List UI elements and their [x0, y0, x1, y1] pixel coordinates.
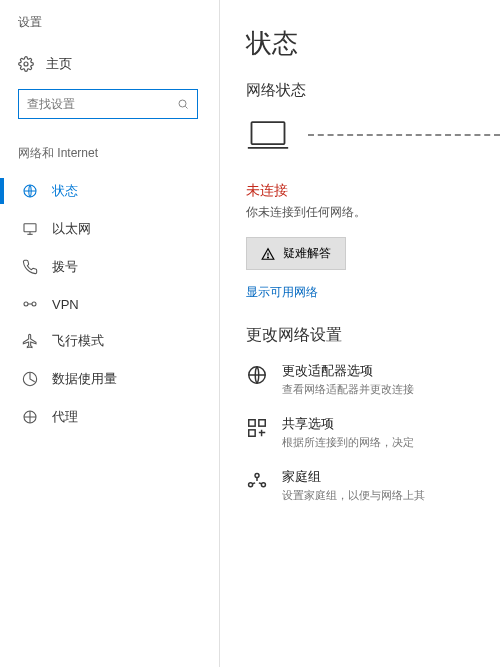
nav-label: 数据使用量	[52, 370, 117, 388]
option-adapter[interactable]: 更改适配器选项 查看网络适配器并更改连接	[246, 362, 500, 397]
option-homegroup[interactable]: 家庭组 设置家庭组，以便与网络上其	[246, 468, 500, 503]
option-title: 共享选项	[282, 415, 414, 433]
svg-point-21	[261, 483, 265, 487]
proxy-icon	[22, 409, 38, 425]
adapter-icon	[246, 364, 268, 386]
not-connected-label: 未连接	[246, 182, 500, 200]
option-sharing[interactable]: 共享选项 根据所连接到的网络，决定	[246, 415, 500, 450]
search-input[interactable]	[18, 89, 198, 119]
svg-point-20	[249, 483, 253, 487]
laptop-icon	[246, 118, 290, 152]
main-content: 状态 网络状态 未连接 你未连接到任何网络。 疑难解答 显示可用网络 更改网络设…	[220, 0, 500, 667]
nav-proxy[interactable]: 代理	[18, 398, 219, 436]
nav-ethernet[interactable]: 以太网	[18, 210, 219, 248]
option-desc: 根据所连接到的网络，决定	[282, 435, 414, 450]
sharing-icon	[246, 417, 268, 439]
nav-label: VPN	[52, 297, 79, 312]
warning-icon	[261, 247, 275, 261]
nav-label: 拨号	[52, 258, 78, 276]
troubleshoot-label: 疑难解答	[283, 245, 331, 262]
homegroup-icon	[246, 470, 268, 492]
sidebar: 设置 主页 网络和 Internet 状态 以太网 拨号 VPN 飞行模式 数据…	[0, 0, 220, 667]
home-label: 主页	[46, 55, 72, 73]
svg-rect-18	[249, 430, 255, 436]
page-title: 状态	[246, 26, 500, 61]
airplane-icon	[22, 333, 38, 349]
svg-point-14	[268, 257, 269, 258]
app-title: 设置	[18, 14, 219, 31]
search-field[interactable]	[27, 97, 177, 111]
nav-airplane[interactable]: 飞行模式	[18, 322, 219, 360]
show-available-networks-link[interactable]: 显示可用网络	[246, 284, 318, 301]
svg-rect-4	[24, 224, 36, 232]
section-label: 网络和 Internet	[18, 145, 219, 162]
data-usage-icon	[22, 371, 38, 387]
nav-label: 飞行模式	[52, 332, 104, 350]
nav-label: 状态	[52, 182, 78, 200]
nav-data-usage[interactable]: 数据使用量	[18, 360, 219, 398]
nav-vpn[interactable]: VPN	[18, 286, 219, 322]
svg-line-2	[185, 106, 187, 108]
option-title: 更改适配器选项	[282, 362, 414, 380]
phone-icon	[22, 259, 38, 275]
nav-dialup[interactable]: 拨号	[18, 248, 219, 286]
change-settings-heading: 更改网络设置	[246, 325, 500, 346]
svg-point-8	[32, 302, 36, 306]
nav-label: 以太网	[52, 220, 91, 238]
vpn-icon	[22, 296, 38, 312]
network-diagram	[246, 118, 500, 152]
globe-icon	[22, 183, 38, 199]
svg-point-19	[255, 473, 259, 477]
connection-line	[308, 134, 500, 136]
option-desc: 查看网络适配器并更改连接	[282, 382, 414, 397]
svg-point-0	[24, 62, 28, 66]
svg-point-7	[24, 302, 28, 306]
not-connected-desc: 你未连接到任何网络。	[246, 204, 500, 221]
nav-status[interactable]: 状态	[18, 172, 219, 210]
option-title: 家庭组	[282, 468, 425, 486]
svg-rect-17	[259, 420, 265, 426]
nav-label: 代理	[52, 408, 78, 426]
home-link[interactable]: 主页	[18, 49, 219, 79]
gear-icon	[18, 56, 34, 72]
troubleshoot-button[interactable]: 疑难解答	[246, 237, 346, 270]
svg-point-1	[179, 100, 186, 107]
option-desc: 设置家庭组，以便与网络上其	[282, 488, 425, 503]
network-status-heading: 网络状态	[246, 81, 500, 100]
svg-rect-16	[249, 420, 255, 426]
search-icon	[177, 97, 189, 111]
monitor-icon	[22, 221, 38, 237]
svg-rect-12	[252, 122, 285, 144]
